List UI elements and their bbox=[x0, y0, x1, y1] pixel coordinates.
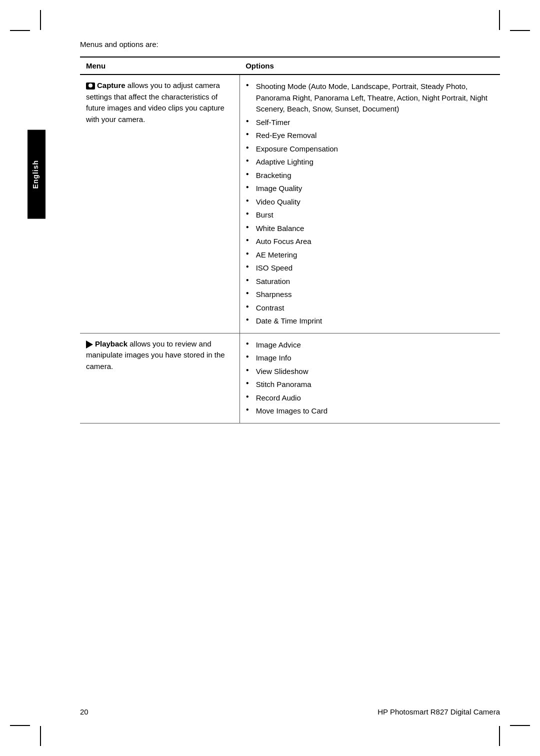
option-item-0-3: Exposure Compensation bbox=[246, 142, 494, 156]
option-item-1-4: Record Audio bbox=[246, 392, 494, 405]
options-cell-1: Image AdviceImage InfoView SlideshowStit… bbox=[240, 333, 500, 423]
option-item-1-1: Image Info bbox=[246, 352, 494, 365]
option-item-0-13: Saturation bbox=[246, 275, 494, 288]
menu-bold-label-0: Capture bbox=[97, 81, 126, 90]
col-menu-header: Menu bbox=[80, 57, 240, 74]
menu-desc-0: Capture allows you to adjust camera sett… bbox=[86, 80, 234, 125]
option-item-0-8: Burst bbox=[246, 208, 494, 222]
menu-bold-label-1: Playback bbox=[95, 340, 128, 348]
page-footer: 20 HP Photosmart R827 Digital Camera bbox=[0, 708, 540, 716]
option-item-0-7: Video Quality bbox=[246, 196, 494, 209]
menu-table: Menu Options Capture allows you to adjus… bbox=[80, 56, 500, 424]
page-container: English Menus and options are: Menu Opti… bbox=[0, 0, 540, 756]
corner-mark-br-v bbox=[499, 726, 500, 746]
col-options-header: Options bbox=[240, 57, 500, 74]
sidebar-english-label: English bbox=[28, 130, 46, 219]
corner-mark-tr-h bbox=[510, 30, 530, 31]
menu-cell-1: Playback allows you to review and manipu… bbox=[80, 333, 240, 423]
intro-text: Menus and options are: bbox=[80, 40, 500, 48]
footer-title: HP Photosmart R827 Digital Camera bbox=[378, 708, 500, 716]
options-list-0: Shooting Mode (Auto Mode, Landscape, Por… bbox=[246, 80, 494, 328]
option-item-1-5: Move Images to Card bbox=[246, 404, 494, 418]
option-item-1-3: Stitch Panorama bbox=[246, 378, 494, 392]
corner-mark-bl-v bbox=[40, 726, 41, 746]
option-item-0-6: Image Quality bbox=[246, 182, 494, 196]
corner-mark-tr-v bbox=[499, 10, 500, 30]
options-cell-0: Shooting Mode (Auto Mode, Landscape, Por… bbox=[240, 74, 500, 333]
table-row-0: Capture allows you to adjust camera sett… bbox=[80, 74, 500, 333]
option-item-1-0: Image Advice bbox=[246, 338, 494, 352]
option-item-0-4: Adaptive Lighting bbox=[246, 156, 494, 169]
option-item-1-2: View Slideshow bbox=[246, 365, 494, 378]
playback-icon bbox=[86, 340, 93, 348]
options-list-1: Image AdviceImage InfoView SlideshowStit… bbox=[246, 338, 494, 418]
option-item-0-16: Date & Time Imprint bbox=[246, 314, 494, 328]
option-item-0-11: AE Metering bbox=[246, 248, 494, 262]
camera-icon bbox=[86, 82, 95, 90]
option-item-0-9: White Balance bbox=[246, 222, 494, 236]
table-row-1: Playback allows you to review and manipu… bbox=[80, 333, 500, 423]
main-content: Menus and options are: Menu Options Capt… bbox=[80, 40, 500, 424]
corner-mark-bl-h bbox=[10, 725, 30, 726]
corner-mark-br-h bbox=[510, 725, 530, 726]
menu-desc-1: Playback allows you to review and manipu… bbox=[86, 338, 234, 372]
option-item-0-12: ISO Speed bbox=[246, 262, 494, 275]
corner-mark-tl-v bbox=[40, 10, 41, 30]
option-item-0-2: Red-Eye Removal bbox=[246, 129, 494, 142]
option-item-0-1: Self-Timer bbox=[246, 116, 494, 130]
corner-mark-tl-h bbox=[10, 30, 30, 31]
menu-cell-0: Capture allows you to adjust camera sett… bbox=[80, 74, 240, 333]
page-number: 20 bbox=[80, 708, 88, 716]
option-item-0-10: Auto Focus Area bbox=[246, 235, 494, 248]
option-item-0-0: Shooting Mode (Auto Mode, Landscape, Por… bbox=[246, 80, 494, 116]
option-item-0-5: Bracketing bbox=[246, 169, 494, 182]
option-item-0-15: Contrast bbox=[246, 302, 494, 315]
option-item-0-14: Sharpness bbox=[246, 288, 494, 302]
